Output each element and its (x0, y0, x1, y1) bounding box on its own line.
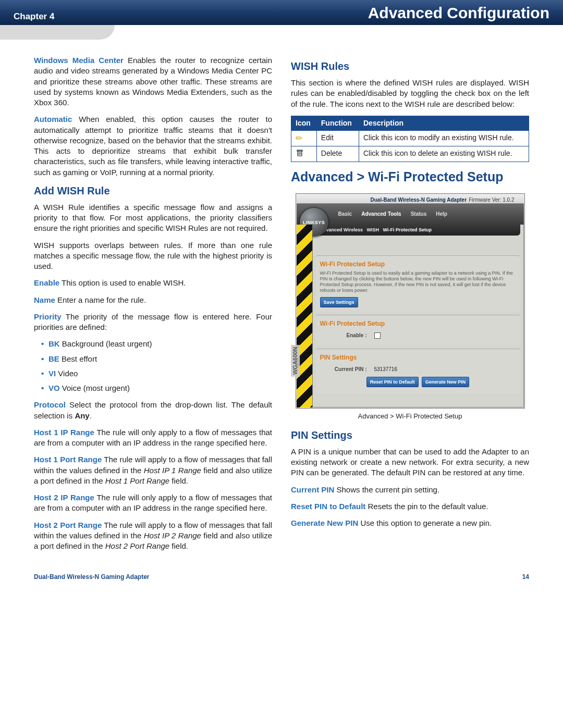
table-row: Delete Click this icon to delete an exis… (291, 146, 529, 162)
term-enable: Enable (34, 278, 59, 287)
name-paragraph: Name Enter a name for the rule. (34, 295, 272, 305)
ss-enable-checkbox[interactable] (374, 332, 381, 339)
ss-current-pin-label: Current PIN : (320, 366, 367, 373)
wmc-paragraph: Windows Media Center Enables the router … (34, 55, 272, 108)
ss-enable-label: Enable : (320, 332, 367, 339)
ss-section-title-wps2: Wi-Fi Protected Setup (320, 319, 516, 328)
ss-nav-advanced[interactable]: Advanced Tools (361, 211, 401, 218)
edit-desc-cell: Click this icon to modify an existing WI… (359, 130, 529, 146)
delete-icon-cell (291, 146, 317, 162)
automatic-paragraph: Automatic When enabled, this option caus… (34, 114, 272, 178)
current-pin-paragraph: Current PIN Shows the current pin settin… (291, 485, 529, 495)
generate-pin-paragraph: Generate New PIN Use this option to gene… (291, 518, 529, 528)
ss-nav-help[interactable]: Help (436, 211, 447, 218)
term-priority: Priority (34, 312, 62, 321)
ss-current-pin-value: 53137716 (374, 366, 398, 373)
pin-settings-paragraph: A PIN is a unique number that can be use… (291, 447, 529, 478)
list-item: VO Voice (most urgent) (41, 383, 272, 393)
pencil-icon: ✎ (292, 132, 305, 144)
list-item: BK Background (least urgent) (41, 339, 272, 349)
term-name: Name (34, 295, 55, 304)
wish-rules-paragraph: This section is where the defined WISH r… (291, 78, 529, 109)
term-host2-ip: Host 2 IP Range (34, 493, 94, 502)
ss-save-settings-button[interactable]: Save Settings (320, 297, 358, 307)
add-wish-p1: A WISH Rule identifies a specific messag… (34, 202, 272, 234)
page-footer: Dual-Band Wireless-N Gaming Adapter 14 (0, 573, 563, 591)
page-body: Windows Media Center Enables the router … (0, 40, 563, 573)
term-protocol: Protocol (34, 400, 66, 409)
right-column: WISH Rules This section is where the def… (291, 55, 529, 558)
heading-advanced-wps: Advanced > Wi-Fi Protected Setup (291, 168, 529, 186)
ss-device-name: Dual-Band Wireless-N Gaming Adapter (371, 196, 467, 204)
term-host1-port: Host 1 Port Range (34, 455, 102, 464)
footer-product-name: Dual-Band Wireless-N Gaming Adapter (34, 573, 149, 581)
ss-intro-text: Wi-Fi Protected Setup is used to easily … (320, 270, 516, 294)
ss-firmware-version: Firmware Ver: 1.0.2 (469, 196, 514, 204)
page-title: Advanced Configuration (368, 4, 549, 22)
term-automatic: Automatic (34, 115, 72, 124)
footer-page-number: 14 (522, 573, 529, 581)
ss-panel-intro: Wi-Fi Protected Setup Wi-Fi Protected Se… (316, 255, 520, 312)
chapter-label: Chapter 4 (14, 11, 54, 22)
list-item: VI Video (41, 368, 272, 379)
term-host1-ip: Host 1 IP Range (34, 428, 94, 437)
term-wmc: Windows Media Center (34, 56, 124, 65)
edit-func-cell: Edit (316, 130, 359, 146)
ss-section-title-wps: Wi-Fi Protected Setup (320, 260, 516, 268)
heading-pin-settings: PIN Settings (291, 428, 529, 442)
svg-rect-1 (297, 150, 302, 151)
left-column: Windows Media Center Enables the router … (34, 55, 272, 558)
table-row: ✎ Edit Click this icon to modify an exis… (291, 130, 529, 146)
host2-ip-paragraph: Host 2 IP Range The rule will only apply… (34, 492, 272, 514)
screenshot-caption: Advanced > Wi-Fi Protected Setup (291, 412, 529, 421)
term-host2-port: Host 2 Port Range (34, 521, 102, 529)
ss-nav-status[interactable]: Status (411, 211, 427, 218)
host2-port-paragraph: Host 2 Port Range The rule will apply to… (34, 520, 272, 552)
term-current-pin: Current PIN (291, 485, 334, 494)
table-header-row: Icon Function Description (291, 116, 529, 130)
ss-nav-basic[interactable]: Basic (338, 211, 352, 218)
th-description: Description (359, 116, 529, 130)
ss-model-label: WGA600N (291, 344, 300, 376)
term-generate-pin: Generate New PIN (291, 519, 358, 527)
edit-icon-cell: ✎ (291, 130, 317, 146)
enable-paragraph: Enable This option is used to enable WIS… (34, 278, 272, 288)
th-icon: Icon (291, 116, 317, 130)
delete-desc-cell: Click this icon to delete an existing WI… (359, 146, 529, 162)
ss-nav-bar: LINKSYS Basic Advanced Tools Status Help (297, 204, 524, 225)
ss-titlebar: Dual-Band Wireless-N Gaming Adapter Firm… (297, 194, 524, 204)
host1-ip-paragraph: Host 1 IP Range The rule will only apply… (34, 427, 272, 449)
list-item: BE Best effort (41, 354, 272, 364)
host1-port-paragraph: Host 1 Port Range The rule will apply to… (34, 454, 272, 486)
add-wish-p2: WISH supports overlaps between rules. If… (34, 240, 272, 272)
header-gray-tab (0, 25, 115, 40)
ss-panel-pin: PIN Settings Current PIN : 53137716 Rese… (316, 349, 520, 394)
ss-reset-pin-button[interactable]: Reset PIN to Default (366, 377, 419, 387)
reset-pin-paragraph: Reset PIN to Default Resets the pin to t… (291, 501, 529, 512)
icon-table: Icon Function Description ✎ Edit Click t… (291, 116, 529, 162)
ss-section-title-pin: PIN Settings (320, 353, 516, 362)
heading-add-wish-rule: Add WISH Rule (34, 184, 272, 198)
heading-wish-rules: WISH Rules (291, 59, 529, 73)
delete-func-cell: Delete (316, 146, 359, 162)
trash-icon (296, 150, 304, 158)
th-function: Function (316, 116, 359, 130)
ss-hazard-stripe: WGA600N (297, 225, 312, 408)
priority-list: BK Background (least urgent) BE Best eff… (34, 339, 272, 393)
term-reset-pin: Reset PIN to Default (291, 502, 365, 511)
ss-breadcrumb: Advanced Wireless WISH Wi-Fi Protected S… (316, 225, 520, 235)
protocol-paragraph: Protocol Select the protocol from the dr… (34, 400, 272, 421)
ss-generate-pin-button[interactable]: Generate New PIN (422, 377, 470, 387)
ss-panel-enable: Wi-Fi Protected Setup Enable : (316, 315, 520, 346)
priority-paragraph: Priority The priority of the message flo… (34, 312, 272, 333)
embedded-screenshot: Dual-Band Wireless-N Gaming Adapter Firm… (296, 193, 525, 409)
page-header: Chapter 4 Advanced Configuration (0, 0, 563, 25)
